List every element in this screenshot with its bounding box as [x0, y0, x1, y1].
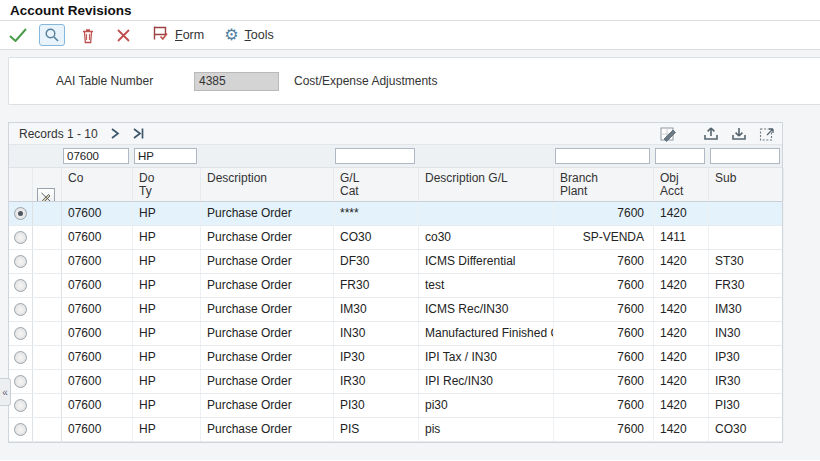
cell-sub: FR30	[709, 274, 784, 297]
cell-branch-plant: 7600	[554, 346, 654, 369]
cell-description-gl: co30	[419, 226, 554, 249]
row-select-radio[interactable]	[14, 207, 27, 220]
cell-description-gl: pi30	[419, 394, 554, 417]
cell-sub: IN30	[709, 322, 784, 345]
row-select-radio[interactable]	[14, 303, 27, 316]
cell-description: Purchase Order	[201, 250, 334, 273]
cell-co: 07600	[62, 394, 133, 417]
column-header-sub[interactable]: Sub	[709, 168, 784, 201]
cell-branch-plant: 7600	[554, 202, 654, 225]
import-icon[interactable]	[731, 126, 747, 142]
row-select-radio[interactable]	[14, 327, 27, 340]
row-edit-cell	[33, 418, 62, 441]
row-select-radio[interactable]	[14, 351, 27, 364]
filter-input-branch-plant[interactable]	[555, 148, 650, 164]
cell-description-gl	[419, 202, 554, 225]
column-header-do-ty[interactable]: Do Ty	[133, 168, 201, 201]
cell-description: Purchase Order	[201, 418, 334, 441]
cell-obj-acct: 1420	[654, 394, 709, 417]
delete-trash-icon	[80, 27, 96, 44]
export-icon[interactable]	[703, 126, 719, 142]
table-row[interactable]: 07600 HP Purchase Order FR30 test 7600 1…	[9, 274, 782, 298]
close-button[interactable]	[113, 24, 133, 46]
row-select-radio[interactable]	[14, 279, 27, 292]
cell-obj-acct: 1420	[654, 418, 709, 441]
cell-do-ty: HP	[133, 298, 201, 321]
table-row[interactable]: 07600 HP Purchase Order CO30 co30 SP-VEN…	[9, 226, 782, 250]
column-header-description-gl[interactable]: Description G/L	[419, 168, 554, 201]
row-select-radio[interactable]	[14, 255, 27, 268]
filter-cell-radio	[9, 145, 33, 167]
row-edit-cell	[33, 274, 62, 297]
last-record-icon[interactable]	[131, 127, 145, 140]
cell-sub: ST30	[709, 250, 784, 273]
cell-description-gl: test	[419, 274, 554, 297]
records-grid: Records 1 - 10	[8, 122, 783, 443]
cell-branch-plant: 7600	[554, 250, 654, 273]
table-row[interactable]: 07600 HP Purchase Order DF30 ICMS Differ…	[9, 250, 782, 274]
table-row[interactable]: 07600 HP Purchase Order IN30 Manufacture…	[9, 322, 782, 346]
column-header-co[interactable]: Co	[62, 168, 133, 201]
cell-obj-acct: 1420	[654, 202, 709, 225]
filter-input-co[interactable]	[63, 148, 129, 164]
row-select-radio[interactable]	[14, 231, 27, 244]
filter-cell-description-gl	[419, 145, 554, 167]
row-select-radio[interactable]	[14, 399, 27, 412]
cell-gl-cat: IP30	[334, 346, 419, 369]
delete-button[interactable]	[78, 24, 98, 46]
header-select-column	[9, 168, 33, 201]
no-edit-pencil-icon[interactable]	[37, 188, 55, 201]
cell-do-ty: HP	[133, 370, 201, 393]
row-select-radio[interactable]	[14, 375, 27, 388]
cell-sub: PI30	[709, 394, 784, 417]
cell-co: 07600	[62, 202, 133, 225]
cell-description: Purchase Order	[201, 298, 334, 321]
find-icon	[44, 27, 60, 43]
cell-gl-cat: IM30	[334, 298, 419, 321]
filter-input-obj-acct[interactable]	[655, 148, 705, 164]
aai-table-number-label: AAI Table Number	[56, 74, 186, 88]
filter-input-gl-cat[interactable]	[335, 148, 415, 164]
table-row[interactable]: 07600 HP Purchase Order IP30 IPI Tax / I…	[9, 346, 782, 370]
customize-grid-icon[interactable]	[660, 126, 677, 142]
table-row[interactable]: 07600 HP Purchase Order IM30 ICMS Rec/IN…	[9, 298, 782, 322]
cell-do-ty: HP	[133, 274, 201, 297]
tools-menu[interactable]: ⚙ Tools	[224, 27, 274, 43]
aai-table-number-description: Cost/Expense Adjustments	[294, 74, 437, 88]
next-record-icon[interactable]	[108, 127, 121, 140]
filter-input-do-ty[interactable]	[134, 148, 197, 164]
cell-description-gl: ICMS Rec/IN30	[419, 298, 554, 321]
column-header-gl-cat[interactable]: G/L Cat	[334, 168, 419, 201]
cell-obj-acct: 1420	[654, 346, 709, 369]
maximize-grid-icon[interactable]	[759, 126, 776, 142]
aai-table-number-field[interactable]	[194, 72, 279, 91]
table-row[interactable]: 07600 HP Purchase Order PIS pis 7600 142…	[9, 418, 782, 442]
find-button[interactable]	[39, 24, 65, 46]
page-title: Account Revisions	[10, 3, 820, 18]
cell-sub: IM30	[709, 298, 784, 321]
table-row[interactable]: 07600 HP Purchase Order PI30 pi30 7600 1…	[9, 394, 782, 418]
row-select-radio[interactable]	[14, 423, 27, 436]
cell-description-gl: ICMS Differential	[419, 250, 554, 273]
cell-sub: IR30	[709, 370, 784, 393]
form-menu[interactable]: Form	[151, 24, 204, 46]
column-header-branch-plant[interactable]: Branch Plant	[554, 168, 654, 201]
collapse-panel-handle[interactable]: «	[0, 378, 11, 406]
cell-description: Purchase Order	[201, 346, 334, 369]
table-row[interactable]: 07600 HP Purchase Order **** 7600 1420	[9, 202, 782, 226]
grid-filter-row	[9, 145, 782, 168]
toolbar: Form ⚙ Tools	[0, 21, 820, 50]
filter-cell-edit	[33, 145, 62, 167]
cell-gl-cat: DF30	[334, 250, 419, 273]
form-panel: AAI Table Number Cost/Expense Adjustment…	[8, 57, 820, 105]
cell-gl-cat: IR30	[334, 370, 419, 393]
filter-input-sub[interactable]	[710, 148, 780, 164]
ok-button[interactable]	[7, 24, 29, 46]
close-x-icon	[116, 28, 131, 43]
form-flag-icon	[151, 24, 169, 46]
column-header-obj-acct[interactable]: Obj Acct	[654, 168, 709, 201]
column-header-description[interactable]: Description	[201, 168, 334, 201]
content-area: AAI Table Number Cost/Expense Adjustment…	[0, 50, 820, 460]
cell-obj-acct: 1420	[654, 250, 709, 273]
table-row[interactable]: 07600 HP Purchase Order IR30 IPI Rec/IN3…	[9, 370, 782, 394]
